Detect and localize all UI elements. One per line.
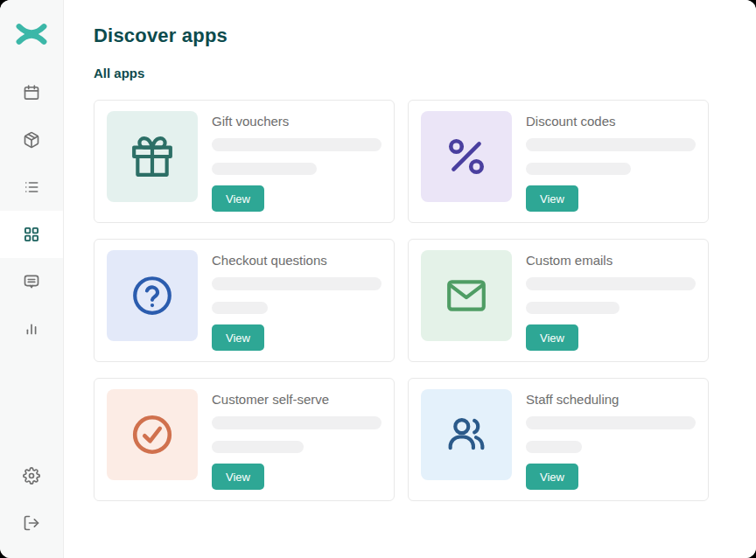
app-card-discount-codes: Discount codes View bbox=[408, 100, 709, 223]
placeholder-bar bbox=[212, 441, 304, 454]
check-circle-icon bbox=[130, 413, 174, 457]
view-button[interactable]: View bbox=[526, 185, 578, 212]
sidebar-footer bbox=[0, 452, 63, 547]
apps-grid: Gift vouchers View bbox=[94, 100, 756, 501]
percent-icon bbox=[444, 135, 488, 178]
grid-icon bbox=[23, 226, 40, 243]
sidebar bbox=[0, 0, 64, 558]
question-icon bbox=[130, 274, 174, 317]
app-card-checkout-questions: Checkout questions View bbox=[94, 239, 395, 362]
people-icon bbox=[444, 413, 488, 457]
view-button[interactable]: View bbox=[212, 464, 264, 490]
sidebar-item-apps[interactable] bbox=[0, 211, 63, 258]
placeholder-bar bbox=[212, 302, 268, 315]
card-title: Custom emails bbox=[526, 252, 612, 269]
brand-logo-icon[interactable] bbox=[0, 19, 63, 49]
view-button[interactable]: View bbox=[212, 185, 264, 212]
gift-icon bbox=[130, 135, 174, 178]
card-title: Discount codes bbox=[526, 113, 616, 129]
sidebar-nav bbox=[0, 69, 63, 352]
sidebar-item-bookings-list[interactable] bbox=[0, 164, 63, 211]
app-window: Discover apps All apps bbox=[0, 0, 756, 558]
placeholder-bar bbox=[526, 163, 631, 176]
page-title: Discover apps bbox=[94, 26, 756, 45]
card-title: Checkout questions bbox=[212, 252, 327, 269]
bar-chart-icon bbox=[23, 320, 40, 338]
card-title: Gift vouchers bbox=[212, 113, 289, 129]
custom-emails-tile bbox=[421, 250, 512, 341]
placeholder-bar bbox=[212, 138, 382, 151]
gift-vouchers-tile bbox=[107, 111, 198, 202]
main-content: Discover apps All apps bbox=[64, 0, 756, 558]
placeholder-bar bbox=[526, 416, 696, 429]
view-button[interactable]: View bbox=[212, 324, 264, 351]
card-title: Staff scheduling bbox=[526, 391, 619, 408]
app-card-staff-scheduling: Staff scheduling View bbox=[408, 378, 709, 501]
checkout-questions-tile bbox=[107, 250, 198, 341]
sidebar-item-settings[interactable] bbox=[0, 452, 63, 499]
list-icon bbox=[23, 178, 40, 196]
gear-icon bbox=[23, 467, 40, 485]
envelope-icon bbox=[444, 274, 488, 317]
placeholder-bar bbox=[526, 302, 620, 315]
customer-self-serve-tile bbox=[107, 389, 198, 480]
sidebar-item-calendar[interactable] bbox=[0, 69, 63, 116]
package-icon bbox=[23, 131, 40, 149]
card-title: Customer self-serve bbox=[212, 391, 329, 408]
app-card-gift-vouchers: Gift vouchers View bbox=[94, 100, 395, 223]
app-card-custom-emails: Custom emails View bbox=[408, 239, 709, 362]
sidebar-item-logout[interactable] bbox=[0, 499, 63, 547]
placeholder-bar bbox=[526, 441, 582, 454]
placeholder-bar bbox=[526, 277, 696, 290]
sidebar-item-products[interactable] bbox=[0, 116, 63, 164]
discount-codes-tile bbox=[421, 111, 512, 202]
view-button[interactable]: View bbox=[526, 324, 578, 351]
calendar-icon bbox=[23, 84, 40, 101]
sidebar-item-messages[interactable] bbox=[0, 258, 63, 305]
app-card-customer-self-serve: Customer self-serve View bbox=[94, 378, 395, 501]
sidebar-item-analytics[interactable] bbox=[0, 305, 63, 352]
logout-icon bbox=[23, 514, 40, 532]
chat-icon bbox=[23, 273, 40, 290]
placeholder-bar bbox=[212, 416, 382, 429]
view-button[interactable]: View bbox=[526, 464, 578, 490]
staff-scheduling-tile bbox=[421, 389, 512, 480]
placeholder-bar bbox=[212, 277, 382, 290]
placeholder-bar bbox=[526, 138, 696, 151]
placeholder-bar bbox=[212, 163, 317, 176]
section-label: All apps bbox=[94, 66, 756, 80]
